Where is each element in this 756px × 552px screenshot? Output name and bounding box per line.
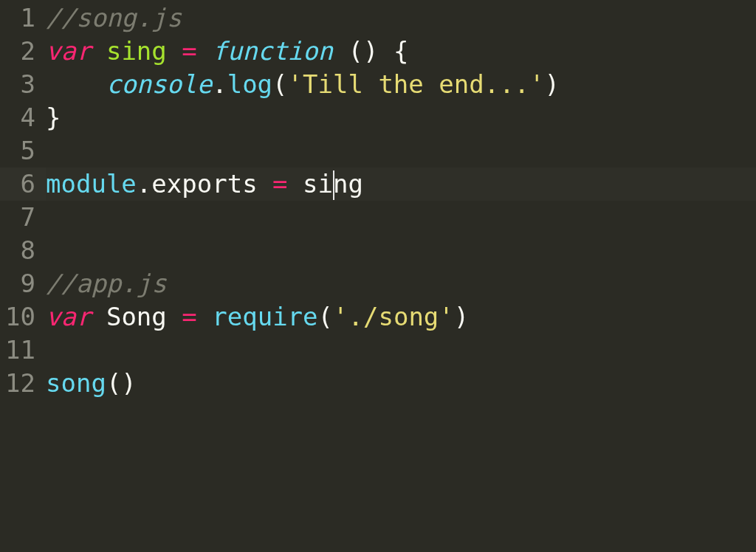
operator-equals: = (272, 169, 287, 199)
paren-pair: () (106, 368, 137, 398)
paren-close: ) (454, 302, 469, 331)
code-line[interactable]: 10 var Song = require('./song') (0, 300, 756, 334)
identifier-sing: sing (106, 36, 167, 66)
paren-pair: () (348, 36, 379, 66)
code-line[interactable]: 8 (0, 234, 756, 267)
identifier-song-cap: Song (106, 302, 167, 331)
identifier-sing-part: ng (333, 169, 363, 199)
line-number: 11 (0, 334, 46, 367)
keyword-function: function (212, 36, 333, 66)
brace-open: { (394, 36, 408, 66)
code-line[interactable]: 7 (0, 201, 756, 234)
paren-open: ( (318, 302, 333, 331)
line-number: 3 (0, 68, 46, 101)
line-number: 2 (0, 35, 46, 68)
line-number: 10 (0, 300, 46, 334)
code-line[interactable]: 12 song() (0, 367, 756, 400)
string-literal: './song' (333, 302, 454, 331)
code-line[interactable]: 5 (0, 134, 756, 168)
code-content[interactable]: song() (46, 367, 756, 400)
code-line-active[interactable]: 6 module.exports = sing (0, 168, 756, 201)
identifier-console: console (106, 69, 212, 99)
code-line[interactable]: 2 var sing = function () { (0, 35, 756, 68)
function-require: require (212, 302, 317, 331)
code-content[interactable]: var sing = function () { (46, 35, 756, 68)
code-content[interactable]: console.log('Till the end...') (46, 68, 756, 101)
keyword-var: var (46, 302, 91, 331)
line-number: 6 (0, 168, 46, 201)
code-content[interactable]: //song.js (46, 1, 756, 35)
operator-equals: = (182, 302, 196, 331)
code-content[interactable]: //app.js (46, 267, 756, 300)
brace-close: } (46, 103, 61, 132)
property-exports: exports (151, 169, 257, 199)
keyword-var: var (46, 36, 91, 66)
code-line[interactable]: 11 (0, 334, 756, 367)
code-editor[interactable]: 1 //song.js 2 var sing = function () { 3… (0, 0, 756, 400)
line-number: 8 (0, 234, 46, 267)
code-content[interactable]: var Song = require('./song') (46, 300, 756, 334)
method-log: log (227, 69, 272, 99)
paren-open: ( (272, 69, 287, 99)
string-literal: 'Till the end...' (288, 69, 545, 99)
comment-token: //app.js (46, 269, 167, 298)
line-number: 5 (0, 134, 46, 168)
identifier-sing-part: si (303, 169, 333, 199)
code-line[interactable]: 1 //song.js (0, 1, 756, 35)
code-content[interactable]: module.exports = sing (46, 168, 756, 201)
operator-equals: = (182, 36, 196, 66)
line-number: 7 (0, 201, 46, 234)
line-number: 9 (0, 267, 46, 300)
paren-close: ) (545, 69, 560, 99)
code-line[interactable]: 4 } (0, 101, 756, 134)
identifier-song: song (46, 368, 106, 398)
code-line[interactable]: 3 console.log('Till the end...') (0, 68, 756, 101)
dot-token: . (212, 69, 227, 99)
code-line[interactable]: 9 //app.js (0, 267, 756, 300)
line-number: 1 (0, 1, 46, 35)
comment-token: //song.js (46, 3, 182, 32)
line-number: 12 (0, 367, 46, 400)
code-content[interactable]: } (46, 101, 756, 134)
dot-token: . (137, 169, 151, 199)
line-number: 4 (0, 101, 46, 134)
identifier-module: module (46, 169, 137, 199)
